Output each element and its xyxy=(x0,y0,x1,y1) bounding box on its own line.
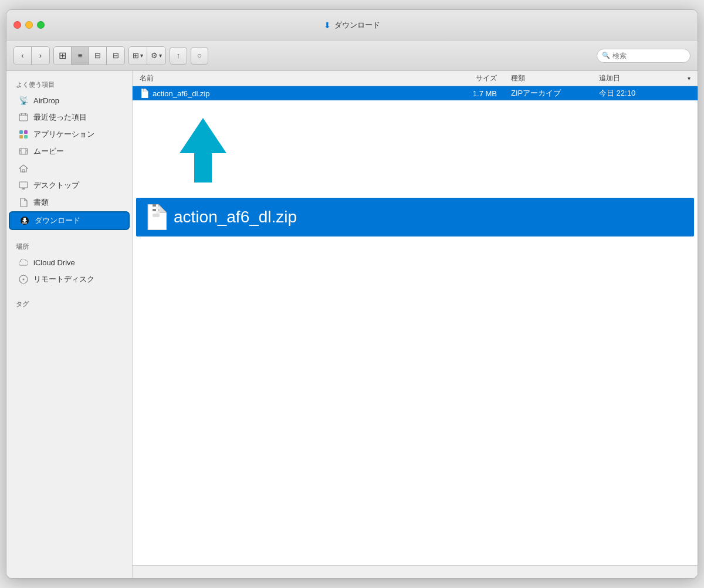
svg-rect-28 xyxy=(153,204,156,207)
gear-icon: ⚙ xyxy=(151,51,158,60)
view-list-button[interactable]: ≡ xyxy=(72,47,89,65)
bottom-bar xyxy=(133,565,698,578)
sidebar-item-recents[interactable]: 最近使った項目 xyxy=(9,109,130,126)
tag-button[interactable]: ○ xyxy=(191,47,208,65)
toolbar: ‹ › ⊞ ≡ ⊟ ⊟ ⊞ ▾ xyxy=(6,40,698,71)
main-area: よく使う項目 📡 AirDrop 最近使った項目 xyxy=(6,71,698,578)
sidebar-item-airdrop[interactable]: 📡 AirDrop xyxy=(9,92,130,109)
back-icon: ‹ xyxy=(21,51,23,60)
svg-rect-24 xyxy=(143,89,144,90)
sidebar: よく使う項目 📡 AirDrop 最近使った項目 xyxy=(6,71,133,578)
large-file-bar[interactable]: action_af6_dl.zip xyxy=(135,197,695,238)
sidebar-item-documents[interactable]: 書類 xyxy=(9,194,130,211)
view-icon-button[interactable]: ⊞ xyxy=(54,47,72,65)
file-date-cell: 今日 22:10 xyxy=(592,88,698,99)
remote-disk-icon xyxy=(18,274,29,285)
large-file-name: action_af6_dl.zip xyxy=(174,208,297,227)
svg-marker-13 xyxy=(19,165,28,172)
column-date-label: 追加日 xyxy=(599,73,620,83)
sidebar-item-documents-label: 書類 xyxy=(33,197,49,208)
svg-rect-3 xyxy=(25,113,26,115)
file-size-cell: 1.7 MB xyxy=(434,89,504,98)
view-gallery-icon: ⊟ xyxy=(113,51,119,60)
svg-rect-29 xyxy=(156,207,160,209)
preview-area: action_af6_dl.zip xyxy=(133,100,698,565)
sidebar-item-recents-label: 最近使った項目 xyxy=(33,112,87,123)
column-type-header[interactable]: 種類 xyxy=(504,73,592,83)
maximize-button[interactable] xyxy=(37,21,45,29)
svg-rect-31 xyxy=(156,211,160,214)
view-gallery-button[interactable]: ⊟ xyxy=(107,47,124,65)
dropdown-arrow-icon: ▾ xyxy=(140,52,143,59)
window-title-area: ⬇ ダウンロード xyxy=(324,20,380,31)
column-size-header[interactable]: サイズ xyxy=(434,73,504,83)
svg-point-23 xyxy=(23,279,25,281)
svg-rect-26 xyxy=(143,90,144,92)
large-zip-icon xyxy=(145,204,167,230)
movies-icon xyxy=(18,146,29,157)
sidebar-item-movies[interactable]: ムービー xyxy=(9,143,130,160)
share-button[interactable]: ↑ xyxy=(170,47,187,65)
recents-icon xyxy=(18,112,29,123)
view-icons-icon: ⊞ xyxy=(59,50,66,61)
file-row[interactable]: action_af6_dl.zip 1.7 MB ZIPアーカイブ 今日 22:… xyxy=(133,86,698,100)
home-icon xyxy=(18,163,29,174)
svg-rect-30 xyxy=(153,209,156,211)
sidebar-item-desktop[interactable]: デスクトップ xyxy=(9,177,130,194)
group-button-group: ⊞ ▾ ⚙ ▾ xyxy=(128,46,166,65)
column-date-header[interactable]: 追加日 ▾ xyxy=(592,73,698,83)
svg-rect-6 xyxy=(19,135,23,138)
sidebar-item-airdrop-label: AirDrop xyxy=(33,96,59,105)
title-download-icon: ⬇ xyxy=(324,21,331,30)
search-input[interactable] xyxy=(612,52,685,60)
sidebar-item-home[interactable] xyxy=(9,160,130,177)
minimize-button[interactable] xyxy=(25,21,33,29)
sidebar-item-desktop-label: デスクトップ xyxy=(33,180,79,191)
action-dropdown-icon: ▾ xyxy=(159,52,162,59)
titlebar: ⬇ ダウンロード xyxy=(6,10,698,40)
group-icon: ⊞ xyxy=(133,51,139,60)
action-button[interactable]: ⚙ ▾ xyxy=(147,47,165,65)
search-icon: 🔍 xyxy=(602,52,610,59)
zip-file-icon xyxy=(140,89,149,98)
airdrop-icon: 📡 xyxy=(18,95,29,106)
forward-button[interactable]: › xyxy=(32,47,49,65)
close-button[interactable] xyxy=(13,21,21,29)
svg-rect-5 xyxy=(24,130,28,134)
file-name: action_af6_dl.zip xyxy=(153,89,210,98)
applications-icon xyxy=(18,129,29,140)
view-button-group: ⊞ ≡ ⊟ ⊟ xyxy=(53,46,125,65)
sidebar-item-movies-label: ムービー xyxy=(33,146,64,157)
file-name-cell: action_af6_dl.zip xyxy=(133,89,434,98)
sidebar-item-remote-label: リモートディスク xyxy=(33,274,94,285)
icloud-icon xyxy=(18,257,29,268)
back-button[interactable]: ‹ xyxy=(14,47,32,65)
sidebar-item-icloud[interactable]: iCloud Drive xyxy=(9,254,130,271)
tags-label: タグ xyxy=(6,295,132,311)
places-label: 場所 xyxy=(6,238,132,254)
nav-button-group: ‹ › xyxy=(13,46,50,65)
sidebar-item-applications[interactable]: アプリケーション xyxy=(9,126,130,143)
search-box[interactable]: 🔍 xyxy=(597,49,691,63)
documents-icon xyxy=(18,197,29,208)
svg-rect-2 xyxy=(21,113,22,115)
svg-rect-4 xyxy=(19,130,23,134)
svg-rect-15 xyxy=(19,182,28,188)
sidebar-item-downloads[interactable]: ダウンロード xyxy=(9,211,130,230)
svg-rect-27 xyxy=(144,92,145,93)
favorites-label: よく使う項目 xyxy=(6,76,132,92)
window-title: ダウンロード xyxy=(334,20,380,31)
sidebar-item-remote[interactable]: リモートディスク xyxy=(9,271,130,288)
upload-arrow xyxy=(180,118,226,183)
svg-rect-32 xyxy=(153,214,160,217)
view-columns-icon: ⊟ xyxy=(94,51,101,60)
group-button[interactable]: ⊞ ▾ xyxy=(129,47,147,65)
traffic-lights xyxy=(13,21,45,29)
sort-indicator-icon: ▾ xyxy=(688,75,691,82)
svg-rect-14 xyxy=(22,170,25,172)
svg-rect-8 xyxy=(19,148,28,154)
tag-icon: ○ xyxy=(197,51,202,60)
svg-rect-7 xyxy=(24,135,28,138)
column-name-header[interactable]: 名前 xyxy=(133,73,434,83)
view-columns-button[interactable]: ⊟ xyxy=(89,47,107,65)
